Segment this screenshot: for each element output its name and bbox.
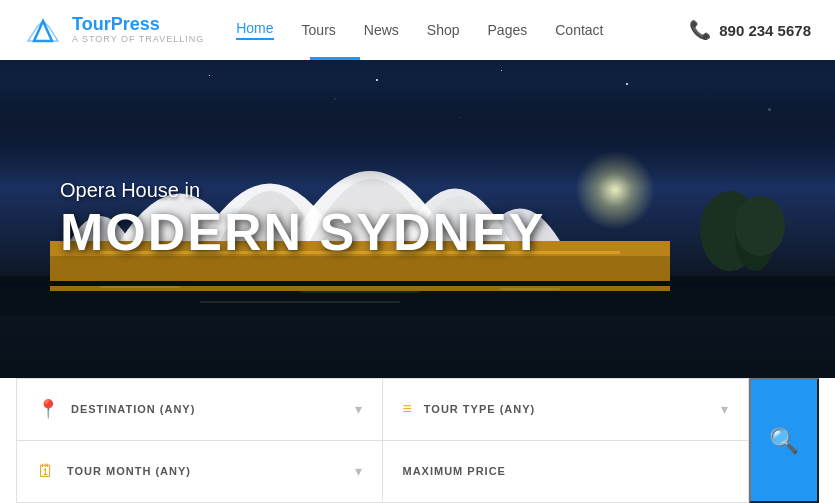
destination-label: DESTINATION (ANY) <box>71 403 343 415</box>
brand-tagline: A STORY OF TRAVELLING <box>72 35 204 45</box>
destination-field[interactable]: 📍 DESTINATION (ANY) ▾ <box>17 379 383 441</box>
tour-month-label: TOUR MONTH (ANY) <box>67 465 343 477</box>
nav-pages[interactable]: Pages <box>488 22 528 38</box>
hero-subtitle: Opera House in <box>60 179 545 202</box>
svg-rect-10 <box>300 291 420 293</box>
destination-arrow: ▾ <box>355 401 362 417</box>
svg-rect-8 <box>0 281 835 286</box>
search-button-icon: 🔍 <box>769 427 799 455</box>
logo-icon <box>24 11 62 49</box>
svg-rect-9 <box>100 286 180 288</box>
hero-text-block: Opera House in MODERN SYDNEY <box>60 179 545 258</box>
brand-name: TourPress <box>72 15 204 35</box>
nav-news[interactable]: News <box>364 22 399 38</box>
tour-type-icon: ≡ <box>403 400 412 418</box>
svg-marker-0 <box>34 21 52 41</box>
nav-active-indicator <box>310 57 360 60</box>
max-price-field[interactable]: MAXIMUM PRICE <box>383 441 749 503</box>
nav-links: Home Tours News Shop Pages Contact <box>236 20 689 40</box>
max-price-label: MAXIMUM PRICE <box>403 465 729 477</box>
svg-rect-11 <box>500 288 560 290</box>
nav-shop[interactable]: Shop <box>427 22 460 38</box>
phone-number: 890 234 5678 <box>719 22 811 39</box>
search-fields: 📍 DESTINATION (ANY) ▾ ≡ TOUR TYPE (ANY) … <box>16 378 749 503</box>
svg-rect-13 <box>0 86 835 186</box>
nav-tours[interactable]: Tours <box>302 22 336 38</box>
hero-title: MODERN SYDNEY <box>60 206 545 258</box>
nav-contact[interactable]: Contact <box>555 22 603 38</box>
hero-section: Opera House in MODERN SYDNEY <box>0 60 835 378</box>
tour-type-field[interactable]: ≡ TOUR TYPE (ANY) ▾ <box>383 379 749 441</box>
logo[interactable]: TourPress A STORY OF TRAVELLING <box>24 11 204 49</box>
logo-text: TourPress A STORY OF TRAVELLING <box>72 15 204 45</box>
search-bar: 📍 DESTINATION (ANY) ▾ ≡ TOUR TYPE (ANY) … <box>0 378 835 503</box>
phone-area: 📞 890 234 5678 <box>689 19 811 41</box>
destination-icon: 📍 <box>37 398 59 420</box>
tour-type-arrow: ▾ <box>721 401 728 417</box>
search-button[interactable]: 🔍 <box>749 378 819 503</box>
tour-type-label: TOUR TYPE (ANY) <box>424 403 709 415</box>
svg-rect-12 <box>200 301 400 303</box>
svg-point-7 <box>735 196 785 256</box>
navbar: TourPress A STORY OF TRAVELLING Home Tou… <box>0 0 835 60</box>
tour-month-field[interactable]: 🗓 TOUR MONTH (ANY) ▾ <box>17 441 383 503</box>
phone-icon: 📞 <box>689 19 711 41</box>
nav-home[interactable]: Home <box>236 20 273 40</box>
tour-month-arrow: ▾ <box>355 463 362 479</box>
tour-month-icon: 🗓 <box>37 461 55 482</box>
